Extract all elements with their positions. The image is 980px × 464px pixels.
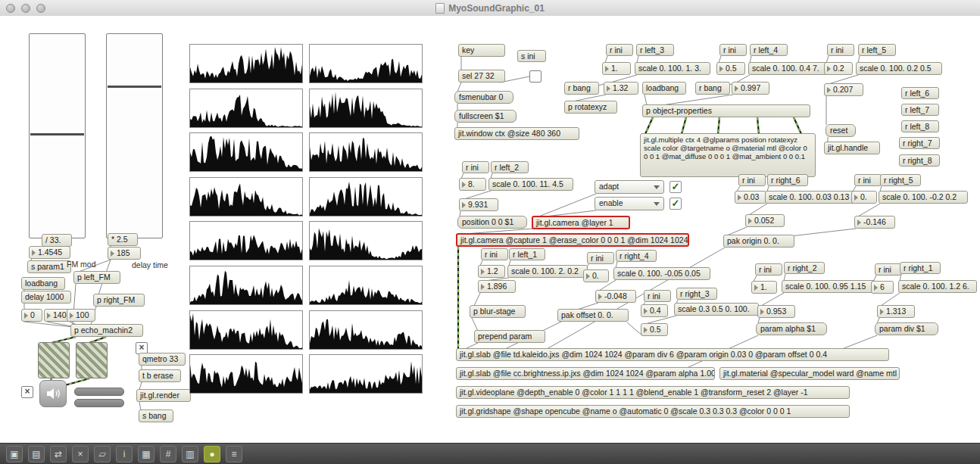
number-0b[interactable]: 0.	[583, 269, 609, 282]
number-1-313[interactable]: 1.313	[877, 305, 915, 318]
object-s-bang[interactable]: s bang	[139, 410, 173, 422]
object-scale-right5[interactable]: scale 0. 100. -0.2 0.2	[879, 191, 968, 204]
close-box-icon[interactable]: ×	[72, 446, 89, 462]
object-scale-left4[interactable]: scale 0. 100. 0.4 7.	[748, 62, 829, 75]
object-r-left-5[interactable]: r left_5	[858, 44, 896, 56]
info-icon[interactable]: i	[116, 446, 133, 462]
grid-icon[interactable]: ▦	[138, 446, 154, 462]
object-r-left-6[interactable]: r left_6	[901, 87, 939, 99]
object-scale-left1[interactable]: scale 0. 100. 2. 0.2	[507, 265, 588, 278]
message-param-alpha[interactable]: param alpha $1	[756, 322, 827, 335]
number-0-207[interactable]: 0.207	[824, 83, 863, 96]
slider-handle[interactable]	[108, 86, 161, 88]
hslider-1[interactable]	[74, 388, 124, 396]
object-r-ini-c[interactable]: r ini	[827, 44, 854, 56]
object-jit-gl-handle[interactable]: jit.gl.handle	[824, 142, 880, 154]
object-scale-left3[interactable]: scale 0. 100. 1. 3.	[635, 62, 710, 75]
object-r-ini-h[interactable]: r ini	[587, 252, 614, 264]
number-185[interactable]: 185	[108, 247, 141, 260]
number-1-896[interactable]: 1.896	[478, 280, 516, 293]
object-jit-gl-camera-capture[interactable]: jit.gl.camera @capture 1 @erase_color 0 …	[456, 233, 689, 247]
object-jit-gl-material[interactable]: jit.gl.material @specular_model ward @na…	[719, 367, 900, 380]
object-jit-gl-slab-kaleido[interactable]: jit.gl.slab @file td.kaleido.jxs @dim 10…	[456, 348, 889, 361]
object-r-left-8[interactable]: r left_8	[901, 120, 939, 132]
presentation-icon[interactable]: ▱	[94, 446, 111, 462]
object-r-bang-1[interactable]: r bang	[564, 82, 599, 95]
number-1[interactable]: 1.	[602, 62, 631, 75]
object-r-ini-e[interactable]: r ini	[738, 174, 766, 186]
object-pak-origin[interactable]: pak origin 0. 0.	[723, 235, 794, 248]
object-key[interactable]: key	[458, 44, 505, 57]
speaker-button[interactable]	[39, 380, 67, 407]
number-6[interactable]: 6	[871, 281, 894, 294]
object-r-left-7[interactable]: r left_7	[901, 104, 939, 116]
slider-handle[interactable]	[30, 133, 84, 135]
object-r-ini-j[interactable]: r ini	[755, 263, 782, 276]
object-r-right-6[interactable]: r right_6	[767, 174, 808, 186]
number-0-4[interactable]: 0.4	[641, 304, 668, 317]
checkbox-adapt[interactable]: ✓	[669, 181, 682, 193]
message-reset[interactable]: reset	[826, 124, 856, 137]
number-100[interactable]: 100	[67, 309, 95, 322]
number-0-953[interactable]: 0.953	[757, 305, 795, 318]
object-loadbang-left[interactable]: loadbang	[21, 277, 65, 290]
number-8[interactable]: 8.	[459, 178, 486, 191]
object-r-right-7[interactable]: r right_7	[899, 137, 940, 149]
object-qmetro-33[interactable]: qmetro 33	[139, 353, 186, 366]
object-jit-gl-render[interactable]: jit.gl.render	[136, 389, 191, 402]
object-r-left-3[interactable]: r left_3	[636, 44, 674, 56]
object-mul-2-5[interactable]: * 2.5	[108, 233, 138, 246]
object-jit-gl-gridshape[interactable]: jit.gl.gridshape @shape opencube @name o…	[456, 405, 850, 418]
vslider-left[interactable]	[29, 33, 86, 238]
striped-patcher-2[interactable]	[76, 342, 108, 378]
object-r-left-2[interactable]: r left_2	[491, 161, 529, 173]
object-r-right-4[interactable]: r right_4	[616, 250, 657, 262]
message-fsmenubar[interactable]: fsmenubar 0	[454, 91, 513, 104]
object-scale-right4[interactable]: scale 0. 100. -0.05 0.05	[613, 267, 710, 280]
toggle-fullscreen[interactable]	[529, 70, 541, 83]
number-neg-0-048[interactable]: -0.048	[595, 290, 636, 303]
object-jit-gl-multiple[interactable]: jit.gl.multiple ctx 4 @glparams position…	[640, 133, 816, 177]
object-r-ini-d[interactable]: r ini	[462, 161, 489, 173]
object-scale-right2[interactable]: scale 0. 100. 0.95 1.15	[782, 280, 875, 293]
object-jit-gl-camera-layer[interactable]: jit.gl.camera @layer 1	[532, 216, 630, 229]
object-pak-offset[interactable]: pak offset 0. 0.	[557, 309, 629, 322]
number-1-2[interactable]: 1.2	[478, 265, 505, 278]
object-r-right-5[interactable]: r right_5	[880, 174, 921, 186]
message-position[interactable]: position 0 0 $1	[457, 216, 527, 229]
object-r-ini-f[interactable]: r ini	[854, 174, 882, 186]
object-r-ini-b[interactable]: r ini	[719, 44, 747, 56]
object-s-ini[interactable]: s ini	[517, 50, 546, 62]
number-9-931[interactable]: 9.931	[459, 198, 498, 211]
object-r-left-1[interactable]: r left_1	[509, 248, 545, 260]
object-scale-left5[interactable]: scale 0. 100. 0.2 0.5	[856, 62, 942, 75]
object-div-33[interactable]: / 33.	[42, 234, 72, 247]
object-r-right-3[interactable]: r right_3	[676, 288, 717, 300]
windows-icon[interactable]: ▣	[6, 446, 23, 462]
object-r-ini-g[interactable]: r ini	[481, 248, 508, 260]
browser-icon[interactable]: ●	[204, 446, 220, 462]
number-0-2[interactable]: 0.2	[824, 62, 853, 75]
object-r-ini-k[interactable]: r ini	[875, 263, 902, 276]
object-sel-27-32[interactable]: sel 27 32	[458, 70, 505, 83]
object-p-object-properties[interactable]: p object-properties	[642, 104, 810, 117]
number-0-5b[interactable]: 0.5	[641, 323, 668, 336]
object-scale-right3[interactable]: scale 0.3 0.5 0. 100.	[674, 303, 759, 316]
message-param-div[interactable]: param div $1	[875, 322, 938, 335]
checkbox-enable[interactable]: ✓	[669, 198, 682, 210]
number-0a[interactable]: 0.	[851, 191, 877, 204]
object-r-left-4[interactable]: r left_4	[750, 44, 788, 56]
object-scale-right1[interactable]: scale 0. 100. 1.2 6.	[898, 280, 977, 293]
object-r-right-8[interactable]: r right_8	[899, 154, 940, 167]
striped-patcher-1[interactable]	[38, 342, 70, 378]
dropdown-enable[interactable]: enable	[595, 197, 664, 210]
number-0-997[interactable]: 0.997	[732, 82, 769, 95]
object-r-right-2[interactable]: r right_2	[784, 262, 825, 274]
message-fullscreen[interactable]: fullscreen $1	[454, 110, 517, 123]
object-p-left-fm[interactable]: p left_FM	[73, 271, 120, 284]
number-0-5a[interactable]: 0.5	[716, 62, 745, 75]
number-0-052[interactable]: 0.052	[745, 214, 785, 227]
number-1a[interactable]: 1.	[751, 281, 777, 294]
object-p-right-fm[interactable]: p right_FM	[93, 294, 145, 307]
connections-icon[interactable]: ⇄	[50, 446, 67, 462]
